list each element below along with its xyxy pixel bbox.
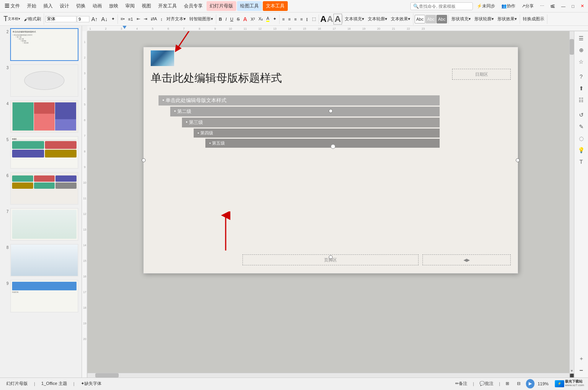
subscript-btn[interactable]: X₂	[257, 15, 264, 23]
handle-top-center[interactable]	[329, 109, 333, 113]
convert-shape-btn[interactable]: 转换成图示	[521, 15, 546, 23]
slide-img-5[interactable]	[10, 172, 78, 205]
zoom-in-btn[interactable]: ＋	[576, 353, 587, 364]
scroll-v[interactable]: ▼ ⬛	[569, 31, 574, 377]
canvas-area[interactable]: 单击此处编辑母版标题样式 日期区 • 单击此处编辑母版文本样式 • 第二级 • …	[87, 31, 574, 377]
highlight-btn[interactable]: A	[265, 15, 271, 23]
slide-img-2[interactable]	[10, 64, 78, 97]
number-list-btn[interactable]: ≡1	[127, 15, 135, 23]
align-center-btn[interactable]: ≡	[287, 15, 292, 23]
rp-bulb-btn[interactable]: 💡	[576, 145, 587, 156]
underline-btn[interactable]: U	[229, 15, 235, 23]
slide-thumb-6[interactable]: 7	[2, 207, 79, 242]
rp-settings-btn[interactable]: ⊕	[576, 45, 587, 55]
justify-btn[interactable]: ≡	[299, 15, 304, 23]
slide-canvas[interactable]: 单击此处编辑母版标题样式 日期区 • 单击此处编辑母版文本样式 • 第二级 • …	[143, 47, 518, 274]
status-font[interactable]: ✦ 缺失字体	[78, 379, 104, 388]
menu-file[interactable]: ☰ 文件	[2, 1, 23, 11]
slide-img-3[interactable]	[10, 100, 78, 133]
rp-menu-btn[interactable]: ☰	[576, 33, 587, 44]
align-right-btn[interactable]: ≡	[292, 15, 298, 23]
distribute-btn[interactable]: ⬚	[310, 15, 317, 23]
menu-slide-master[interactable]: 幻灯片母版	[207, 1, 236, 11]
col-spacing-btn[interactable]: ⫿	[305, 15, 310, 23]
menu-insert[interactable]: 插入	[40, 1, 56, 11]
slide-thumb-1[interactable]: 2 单击此处编辑母版标题样式 • 单击此处编辑母版文本样式 • 第二级 • 第三…	[2, 27, 79, 62]
slide-img-1[interactable]: 单击此处编辑母版标题样式 • 单击此处编辑母版文本样式 • 第二级 • 第三级 …	[10, 28, 78, 61]
clear-format-btn[interactable]: ✦	[110, 15, 116, 23]
sync-button[interactable]: ⚡ 未同步	[474, 2, 497, 11]
slide-thumb-8[interactable]: 9 内容区域	[2, 279, 79, 313]
slide-img-6[interactable]	[10, 208, 78, 241]
handle-left[interactable]	[142, 158, 146, 162]
scroll-bottom[interactable]: ⬛	[570, 374, 574, 377]
text-effect-btn[interactable]: 文本效果▾	[389, 15, 412, 23]
shape-effect-btn[interactable]: 形状效果▾	[496, 15, 519, 23]
minimize-button[interactable]: —	[559, 2, 568, 11]
slide-thumb-7[interactable]: 8	[2, 243, 79, 277]
rp-refresh-btn[interactable]: ↺	[576, 109, 587, 120]
strikethrough-btn[interactable]: S	[235, 15, 241, 23]
superscript-btn[interactable]: X²	[249, 15, 257, 23]
text-fill-btn[interactable]: 文本填充▾	[343, 15, 366, 23]
menu-switch[interactable]: 切换	[73, 1, 89, 11]
handle-title-right[interactable]	[331, 144, 335, 149]
slide-thumb-5[interactable]: 6	[2, 171, 79, 206]
rp-text-btn[interactable]: T	[576, 156, 587, 167]
font-color-btn[interactable]: A	[242, 15, 249, 23]
status-slide-master[interactable]: 幻灯片母版	[4, 379, 30, 388]
font-decrease-btn[interactable]: A↓	[100, 15, 109, 23]
bold-btn[interactable]: B	[217, 15, 224, 23]
italic-btn[interactable]: I	[224, 15, 228, 23]
slide-page-num[interactable]: ◀▶	[422, 254, 511, 265]
indent-inc-btn[interactable]: ⇥	[142, 15, 149, 23]
status-notes[interactable]: ✏ 备注	[453, 379, 470, 388]
search-input[interactable]	[419, 4, 466, 9]
menu-start[interactable]: 开始	[24, 1, 39, 11]
scroll-h[interactable]	[87, 373, 569, 377]
menu-draw-tool[interactable]: 绘图工具	[237, 1, 262, 11]
menu-animation[interactable]: 动画	[89, 1, 105, 11]
slide-img-7[interactable]	[10, 244, 78, 277]
maximize-button[interactable]: □	[569, 2, 577, 11]
font-increase-btn[interactable]: A↑	[90, 15, 99, 23]
status-theme[interactable]: 1_Office 主题	[39, 379, 69, 388]
menu-dev[interactable]: 开发工具	[155, 1, 180, 11]
slide-img-4[interactable]: 标题区	[10, 136, 78, 169]
status-comments[interactable]: 💬 批注	[477, 379, 496, 388]
share-button[interactable]: ↗ 分享	[519, 2, 536, 11]
indent-dec-btn[interactable]: ⇤	[135, 15, 142, 23]
view-grid-btn[interactable]: ⊟	[515, 379, 523, 388]
slide-text-area[interactable]: • 单击此处编辑母版文本样式 • 第二级 • 第三级 • 第四级 • 第五级	[151, 94, 440, 149]
rp-layers-btn[interactable]: ☷	[576, 95, 587, 106]
slide-date-area[interactable]: 日期区	[452, 69, 511, 80]
slide-thumb-3[interactable]: 4	[2, 99, 79, 134]
align-left-btn[interactable]: ≡	[281, 15, 286, 23]
rp-upload-btn[interactable]: ⬆	[576, 83, 587, 94]
rp-eraser-btn[interactable]: ◌	[576, 133, 587, 144]
shape-fill-btn[interactable]: 形状填充▾	[450, 15, 472, 23]
textbox-btn[interactable]: T 文本框▾	[2, 14, 22, 24]
rp-help-btn[interactable]: ?	[576, 71, 587, 82]
align-text-btn[interactable]: 对齐文本▾	[165, 15, 187, 23]
font-size-input[interactable]	[77, 16, 89, 22]
format-painter-btn[interactable]: 🖌 格式刷	[22, 15, 43, 23]
menu-text-tool[interactable]: 文本工具	[263, 1, 288, 11]
slide-footer-label[interactable]: 页脚区	[242, 254, 419, 265]
line-spacing-btn[interactable]: ↕	[159, 15, 164, 23]
font-name-input[interactable]	[45, 16, 77, 22]
preset-abc2[interactable]: Abc	[426, 15, 436, 23]
preset-abc1[interactable]: Abc	[415, 15, 425, 23]
smart-shape-btn[interactable]: 转智能图形▾	[188, 15, 215, 23]
zoom-out-btn[interactable]: −	[576, 365, 587, 376]
scroll-thumb[interactable]	[570, 39, 574, 55]
menu-design[interactable]: 设计	[57, 1, 72, 11]
view-play-btn[interactable]: ▶	[526, 379, 535, 388]
rp-pencil-btn[interactable]: ✎	[576, 121, 587, 132]
slide-thumb-4[interactable]: 5 标题区	[2, 135, 79, 170]
text-outline-btn[interactable]: 文本轮廓▾	[366, 15, 389, 23]
bullet-list-btn[interactable]: ≡⦁	[119, 15, 126, 23]
slide-thumb-2[interactable]: 3	[2, 63, 79, 98]
shape-outline-btn[interactable]: 形状轮廓▾	[473, 15, 495, 23]
scroll-h-thumb[interactable]	[95, 373, 119, 377]
